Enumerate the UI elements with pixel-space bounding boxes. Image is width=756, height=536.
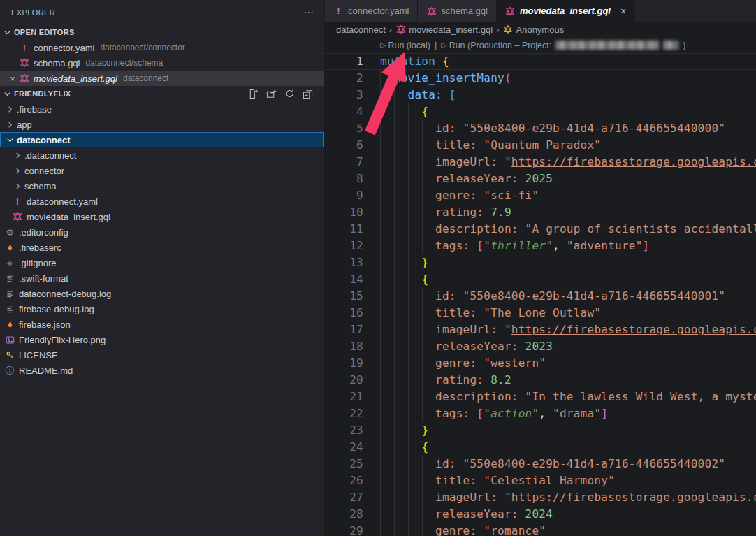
indent-guide <box>408 187 409 204</box>
breadcrumb-item-moviedata_insert.gql[interactable]: moviedata_insert.gql <box>395 24 493 35</box>
open-editors-section-header[interactable]: OPEN EDITORS <box>0 24 324 40</box>
indent-guide <box>380 120 381 137</box>
explorer-header: EXPLORER ⋯ <box>0 0 324 24</box>
tree-item-.firebase[interactable]: .firebase <box>0 101 324 117</box>
indent-guide <box>408 103 409 120</box>
tree-item-app[interactable]: app <box>0 117 324 132</box>
project-section-header[interactable]: FRIENDLYFLIX <box>0 86 324 101</box>
code-line-6[interactable]: 6 title: "Quantum Paradox" <box>325 137 756 154</box>
indent-guide <box>380 506 381 523</box>
close-icon[interactable]: × <box>620 6 626 17</box>
open-editor-connector.yaml[interactable]: !connector.yamldataconnect/connector <box>0 40 324 55</box>
collapse-all-icon[interactable] <box>302 88 314 100</box>
list-file-icon <box>4 273 15 284</box>
tab-label: schema.gql <box>441 6 487 16</box>
code-line-10[interactable]: 10 rating: 7.9 <box>325 204 756 221</box>
code-line-29[interactable]: 29 genre: "romance" <box>325 523 756 536</box>
run-local-link[interactable]: ▷ Run (local) <box>380 41 430 50</box>
tree-item-dataconnect.yaml[interactable]: !dataconnect.yaml <box>0 194 324 209</box>
line-number: 27 <box>325 489 363 506</box>
code-editor[interactable]: 1mutation {2 movie_insertMany(3 data: [4… <box>325 53 756 536</box>
tree-item-dataconnect[interactable]: dataconnect <box>0 132 324 147</box>
tree-item-firebase-debug.log[interactable]: firebase-debug.log <box>0 301 324 317</box>
code-line-13[interactable]: 13 } <box>325 254 756 271</box>
tree-item-.gitignore[interactable]: ◈.gitignore <box>0 255 324 270</box>
project-label: FRIENDLYFLIX <box>14 89 71 98</box>
code-line-25[interactable]: 25 id: "550e8400-e29b-41d4-a716-44665544… <box>325 456 756 472</box>
graphql-file-icon <box>12 211 23 222</box>
tree-item-.firebaserc[interactable]: .firebaserc <box>0 240 324 255</box>
code-line-7[interactable]: 7 imageUrl: "https://firebasestorage.goo… <box>325 154 756 171</box>
code-line-3[interactable]: 3 data: [ <box>325 87 756 103</box>
tree-item-FriendlyFlix-Hero.png[interactable]: FriendlyFlix-Hero.png <box>0 332 324 347</box>
code-line-8[interactable]: 8 releaseYear: 2025 <box>325 171 756 187</box>
code-line-18[interactable]: 18 releaseYear: 2023 <box>325 338 756 355</box>
indent-guide <box>394 472 395 489</box>
new-file-icon[interactable] <box>247 88 259 100</box>
codelens-close-paren: ) <box>683 41 685 50</box>
code-line-17[interactable]: 17 imageUrl: "https://firebasestorage.go… <box>325 321 756 338</box>
breadcrumb-item-Anonymous[interactable]: Anonymous <box>503 24 565 35</box>
code-line-20[interactable]: 20 rating: 8.2 <box>325 372 756 389</box>
code-line-2[interactable]: 2 movie_insertMany( <box>325 70 756 87</box>
indent-guide <box>380 472 381 489</box>
tree-item-moviedata_insert.gql[interactable]: moviedata_insert.gql <box>0 209 324 224</box>
tree-item-dataconnect-debug.log[interactable]: dataconnect-debug.log <box>0 286 324 301</box>
indent-guide <box>408 204 409 221</box>
code-line-26[interactable]: 26 title: "Celestial Harmony" <box>325 472 756 489</box>
indent-guide <box>380 103 381 120</box>
code-line-11[interactable]: 11 description: "A group of scientists a… <box>325 221 756 238</box>
code-line-24[interactable]: 24 { <box>325 439 756 456</box>
code-line-1[interactable]: 1mutation { <box>325 53 756 70</box>
tab-schema.gql[interactable]: schema.gql <box>418 0 496 22</box>
more-actions-icon[interactable]: ⋯ <box>303 6 314 19</box>
tree-item-LICENSE[interactable]: LICENSE <box>0 347 324 363</box>
tree-item-.swift-format[interactable]: .swift-format <box>0 270 324 286</box>
code-line-4[interactable]: 4 { <box>325 103 756 120</box>
tree-item-label: app <box>17 119 32 130</box>
code-line-22[interactable]: 22 tags: ["action", "drama"] <box>325 405 756 422</box>
tab-connector.yaml[interactable]: !connector.yaml <box>325 0 418 22</box>
new-folder-icon[interactable] <box>266 88 277 100</box>
indent-guide <box>422 120 423 137</box>
indent-guide <box>394 254 395 271</box>
code-line-15[interactable]: 15 id: "550e8400-e29b-41d4-a716-44665544… <box>325 288 756 305</box>
refresh-icon[interactable] <box>284 88 296 100</box>
tab-moviedata_insert.gql[interactable]: moviedata_insert.gql× <box>497 0 635 22</box>
tree-item-.editorconfig[interactable]: ⚙.editorconfig <box>0 224 324 240</box>
open-editor-moviedata_insert.gql[interactable]: ×moviedata_insert.gqldataconnect <box>0 71 324 86</box>
indent-guide <box>422 338 423 355</box>
run-local-label: Run (local) <box>388 41 430 50</box>
code-line-19[interactable]: 19 genre: "western" <box>325 355 756 372</box>
indent-guide <box>408 472 409 489</box>
code-line-5[interactable]: 5 id: "550e8400-e29b-41d4-a716-446655440… <box>325 120 756 137</box>
line-number: 13 <box>325 254 363 271</box>
code-line-28[interactable]: 28 releaseYear: 2024 <box>325 506 756 523</box>
tree-item-firebase.json[interactable]: firebase.json <box>0 317 324 332</box>
close-icon[interactable]: × <box>7 73 18 84</box>
tree-item-connector[interactable]: connector <box>0 163 324 178</box>
line-number: 19 <box>325 355 363 372</box>
code-line-27[interactable]: 27 imageUrl: "https://firebasestorage.go… <box>325 489 756 506</box>
code-line-16[interactable]: 16 title: "The Lone Outlaw" <box>325 305 756 321</box>
code-line-14[interactable]: 14 { <box>325 271 756 288</box>
tree-item-README.md[interactable]: ⓘREADME.md <box>0 363 324 378</box>
tree-item-.dataconnect[interactable]: .dataconnect <box>0 147 324 163</box>
line-number: 20 <box>325 372 363 389</box>
indent-guide <box>422 372 423 389</box>
code-line-21[interactable]: 21 description: "In the lawless Wild Wes… <box>325 389 756 405</box>
run-production-link[interactable]: ▷ Run (Production – Project: <box>441 41 551 50</box>
breadcrumb-item-dataconnect[interactable]: dataconnect <box>336 24 386 35</box>
code-line-9[interactable]: 9 genre: "sci-fi" <box>325 187 756 204</box>
redacted-project-suffix <box>663 41 678 50</box>
graphql-icon <box>395 24 406 35</box>
line-number: 8 <box>325 171 363 187</box>
indent-guide <box>408 439 409 456</box>
tab-bar-empty-space <box>635 0 756 22</box>
tree-item-schema[interactable]: schema <box>0 178 324 194</box>
indent-guide <box>408 338 409 355</box>
code-line-12[interactable]: 12 tags: ["thriller", "adventure"] <box>325 238 756 254</box>
code-line-23[interactable]: 23 } <box>325 422 756 439</box>
open-editor-schema.gql[interactable]: schema.gqldataconnect/schema <box>0 55 324 71</box>
line-number: 24 <box>325 439 363 456</box>
